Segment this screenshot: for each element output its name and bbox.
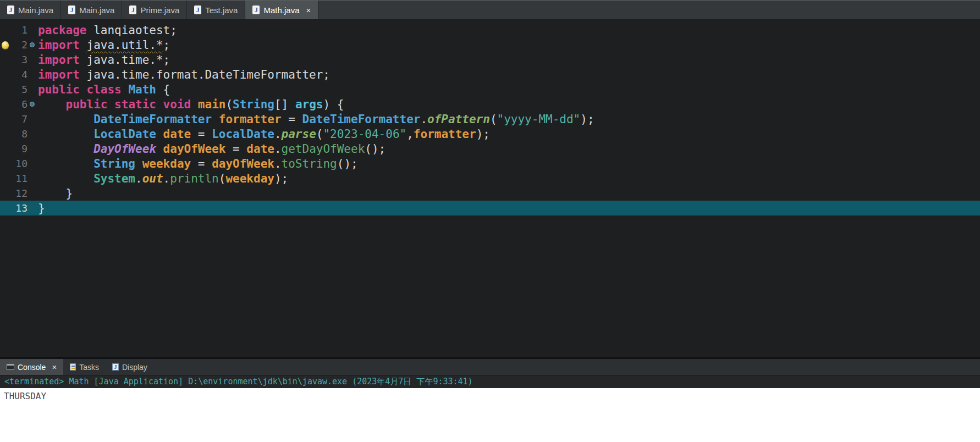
- java-file-icon: J: [68, 5, 75, 14]
- code-text: DayOfWeek dayOfWeek = date.getDayOfWeek(…: [36, 142, 386, 156]
- close-icon[interactable]: ×: [306, 5, 311, 15]
- editor-tab-label: Prime.java: [140, 5, 179, 15]
- code-text: public static void main(String[] args) {: [36, 98, 344, 111]
- console-output[interactable]: THURSDAY: [0, 388, 980, 442]
- code-line-7[interactable]: 7 DateTimeFormatter formatter = DateTime…: [0, 112, 980, 126]
- java-file-icon: J: [7, 5, 14, 14]
- editor-tab-label: Math.java: [263, 5, 299, 15]
- console-tabbar: Console×TasksJDisplay: [0, 359, 980, 375]
- code-line-1[interactable]: 1package lanqiaotest;: [0, 23, 980, 37]
- editor-tab-main-java-0[interactable]: JMain.java: [0, 1, 61, 19]
- line-number: 8: [10, 128, 27, 140]
- line-number: 5: [10, 84, 27, 95]
- code-line-9[interactable]: 9 DayOfWeek dayOfWeek = date.getDayOfWee…: [0, 141, 980, 156]
- code-text: public class Math {: [36, 83, 170, 96]
- code-text: import java.time.*;: [36, 53, 170, 67]
- line-number: 4: [10, 69, 27, 80]
- console-output-text: THURSDAY: [4, 391, 46, 401]
- editor-tab-prime-java-2[interactable]: JPrime.java: [122, 1, 187, 19]
- console-panel: Console×TasksJDisplay <terminated> Math …: [0, 359, 980, 442]
- console-view-tab-display[interactable]: JDisplay: [106, 359, 154, 375]
- console-tab-label: Display: [122, 363, 147, 372]
- line-number: 12: [10, 187, 27, 199]
- code-text: System.out.println(weekday);: [36, 172, 288, 185]
- code-line-4[interactable]: 4import java.time.format.DateTimeFormatt…: [0, 67, 980, 82]
- line-number: 7: [10, 113, 27, 125]
- code-line-11[interactable]: 11 System.out.println(weekday);: [0, 171, 980, 186]
- editor-tab-main-java-1[interactable]: JMain.java: [61, 1, 122, 19]
- code-text: LocalDate date = LocalDate.parse("2023-0…: [36, 128, 490, 141]
- fold-column: [27, 102, 36, 107]
- line-number: 10: [10, 158, 27, 169]
- close-icon[interactable]: ×: [52, 362, 57, 372]
- java-file-icon: J: [129, 5, 136, 14]
- code-line-13[interactable]: 13}: [0, 201, 980, 216]
- line-number: 13: [10, 202, 27, 214]
- editor-tab-math-java-4[interactable]: JMath.java×: [245, 1, 318, 19]
- code-text: }: [36, 187, 73, 200]
- code-editor[interactable]: 1package lanqiaotest;2import java.util.*…: [0, 20, 980, 357]
- editor-tab-test-java-3[interactable]: JTest.java: [187, 1, 245, 19]
- editor-tab-label: Main.java: [18, 5, 53, 15]
- fold-marker-icon[interactable]: [30, 102, 35, 107]
- editor-tabbar: JMain.javaJMain.javaJPrime.javaJTest.jav…: [0, 0, 980, 20]
- console-tab-label: Console: [18, 363, 46, 372]
- code-line-2[interactable]: 2import java.util.*;: [0, 37, 980, 52]
- line-number: 9: [10, 143, 27, 154]
- display-icon: J: [112, 363, 119, 371]
- tasks-icon: [70, 363, 76, 371]
- java-file-icon: J: [252, 5, 260, 14]
- code-text: DateTimeFormatter formatter = DateTimeFo…: [36, 113, 594, 126]
- line-number: 3: [10, 54, 27, 65]
- code-text: String weekday = dayOfWeek.toString();: [36, 157, 358, 170]
- marker-column: [0, 41, 10, 49]
- code-text: import java.time.format.DateTimeFormatte…: [36, 68, 330, 81]
- console-icon: [7, 364, 14, 370]
- code-text: }: [36, 202, 45, 215]
- console-view-tab-console[interactable]: Console×: [0, 359, 63, 375]
- line-number: 1: [10, 24, 27, 36]
- code-line-8[interactable]: 8 LocalDate date = LocalDate.parse("2023…: [0, 126, 980, 141]
- code-line-3[interactable]: 3import java.time.*;: [0, 52, 980, 67]
- warning-lightbulb-icon[interactable]: [2, 41, 9, 49]
- code-line-12[interactable]: 12 }: [0, 186, 980, 201]
- line-number: 11: [10, 173, 27, 184]
- code-text: import java.util.*;: [36, 38, 170, 52]
- code-area: 1package lanqiaotest;2import java.util.*…: [0, 23, 980, 216]
- eclipse-window: JMain.javaJMain.javaJPrime.javaJTest.jav…: [0, 0, 980, 442]
- console-view-tab-tasks[interactable]: Tasks: [63, 359, 106, 375]
- console-status: <terminated> Math [Java Application] D:\…: [0, 375, 980, 388]
- code-line-5[interactable]: 5public class Math {: [0, 82, 980, 97]
- java-file-icon: J: [194, 5, 201, 14]
- editor-tab-label: Test.java: [205, 5, 238, 15]
- code-text: package lanqiaotest;: [36, 24, 177, 37]
- fold-marker-icon[interactable]: [30, 42, 35, 47]
- fold-column: [27, 42, 36, 47]
- editor-tab-label: Main.java: [79, 5, 114, 15]
- code-line-10[interactable]: 10 String weekday = dayOfWeek.toString()…: [0, 156, 980, 171]
- console-tab-label: Tasks: [79, 363, 99, 372]
- code-line-6[interactable]: 6 public static void main(String[] args)…: [0, 97, 980, 112]
- line-number: 2: [10, 39, 27, 51]
- line-number: 6: [10, 98, 27, 110]
